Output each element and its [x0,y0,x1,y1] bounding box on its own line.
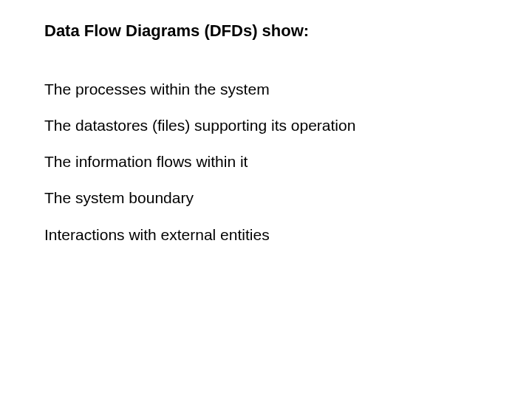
list-item: Interactions with external entities [44,225,488,245]
list-item: The information flows within it [44,151,488,171]
list-item: The datastores (files) supporting its op… [44,115,488,135]
slide-title: Data Flow Diagrams (DFDs) show: [44,21,488,42]
list-item: The system boundary [44,188,488,208]
slide: Data Flow Diagrams (DFDs) show: The proc… [0,0,532,399]
list-item: The processes within the system [44,79,488,99]
